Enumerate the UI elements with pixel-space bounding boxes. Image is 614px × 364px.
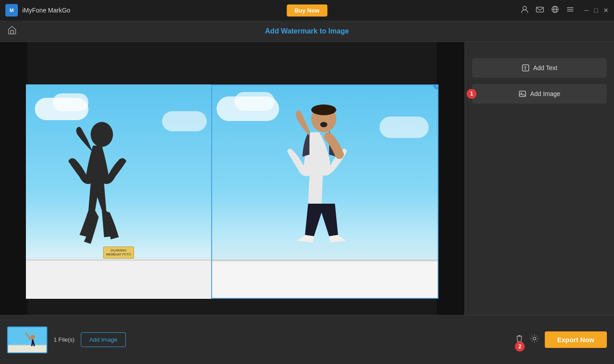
svg-point-30 [533, 337, 536, 340]
svg-point-29 [30, 335, 35, 339]
page-title: Add Watermark to Image [265, 27, 349, 35]
add-image-row: 1 Add Image [472, 84, 607, 104]
page-header: Add Watermark to Image [0, 21, 614, 42]
menu-icon[interactable] [566, 5, 575, 16]
svg-point-2 [523, 6, 526, 10]
app-logo: M [5, 4, 18, 17]
svg-rect-25 [519, 91, 526, 96]
svg-point-15 [320, 122, 327, 127]
svg-point-10 [91, 122, 113, 147]
user-icon[interactable] [520, 5, 529, 16]
add-text-button[interactable]: T Add Text [472, 58, 607, 78]
watermark-selection-box[interactable]: ✕ [211, 84, 439, 299]
buy-now-button[interactable]: Buy Now [287, 4, 328, 17]
bottom-right: Export Now [514, 331, 607, 348]
thumbnail-preview [8, 327, 46, 352]
titlebar-right: ─ □ ✕ [520, 5, 609, 16]
svg-text:T: T [524, 66, 527, 71]
titlebar: M iMyFone MarkGo Buy Now [0, 0, 614, 21]
maximize-button[interactable]: □ [594, 7, 598, 14]
app-title: iMyFone MarkGo [22, 7, 70, 14]
mail-icon[interactable] [535, 5, 544, 16]
black-right-bar [437, 42, 464, 341]
svg-text:M: M [9, 8, 13, 13]
close-button[interactable]: ✕ [603, 7, 609, 14]
export-now-button[interactable]: Export Now [545, 331, 607, 348]
add-text-label: Add Text [533, 64, 557, 71]
image-right-half [212, 85, 438, 298]
window-controls: ─ □ ✕ [585, 7, 609, 14]
file-count: 1 File(s) [54, 336, 75, 343]
minimize-button[interactable]: ─ [585, 7, 589, 14]
settings-button[interactable] [530, 334, 539, 346]
badge-2: 2 [515, 342, 525, 351]
titlebar-left: M iMyFone MarkGo [5, 4, 70, 17]
home-icon[interactable] [7, 25, 17, 37]
black-left-bar [0, 42, 28, 341]
add-image-panel-button[interactable]: Add Image [472, 84, 607, 104]
badge-1: 1 [467, 89, 476, 99]
image-left-half: DILARANGMEMBUAT FOTO [26, 84, 211, 299]
image-thumbnail[interactable] [7, 326, 47, 353]
add-image-bottom-button[interactable]: Add Image [81, 332, 126, 347]
svg-rect-28 [8, 345, 47, 353]
image-canvas: DILARANGMEMBUAT FOTO ✕ [26, 84, 439, 299]
svg-rect-3 [536, 7, 543, 12]
bottom-bar: 1 File(s) Add Image Export Now 2 [0, 315, 614, 364]
image-viewport: DILARANGMEMBUAT FOTO ✕ [0, 42, 464, 341]
globe-icon[interactable] [551, 5, 560, 16]
bottom-left: 1 File(s) Add Image [7, 326, 126, 353]
add-image-panel-label: Add Image [530, 90, 560, 97]
svg-point-26 [521, 92, 522, 94]
svg-point-14 [311, 105, 336, 115]
